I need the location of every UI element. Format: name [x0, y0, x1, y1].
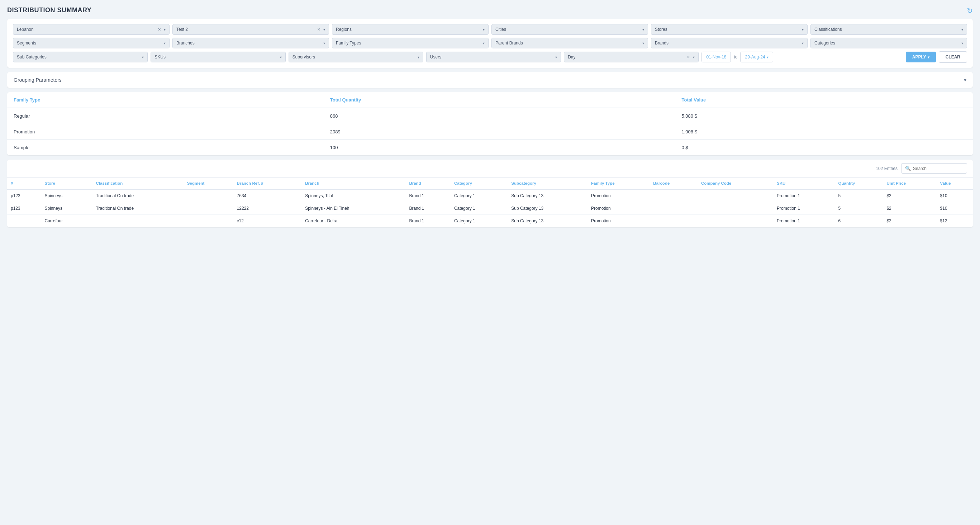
filter-regions-chevron: ▾: [483, 28, 485, 32]
filter-day-chevron: ▾: [693, 55, 695, 59]
detail-cell-quantity: 5: [835, 189, 883, 202]
detail-cell-unit-price: $2: [883, 215, 936, 227]
detail-col-category: Category: [450, 177, 508, 189]
filter-test2-close[interactable]: ✕: [317, 27, 320, 32]
filter-skus[interactable]: SKUs ▾: [151, 52, 285, 62]
filter-lebanon-close[interactable]: ✕: [158, 27, 161, 32]
filter-branches[interactable]: Branches ▾: [172, 38, 329, 48]
filter-branches-label: Branches: [177, 40, 195, 46]
detail-table-row: Carrefourc12Carrefour - DeiraBrand 1Cate…: [7, 215, 973, 227]
detail-cell-: p123: [7, 202, 41, 215]
filter-family-types-chevron: ▾: [483, 41, 485, 45]
detail-col-barcode: Barcode: [649, 177, 698, 189]
filter-lebanon[interactable]: Lebanon ✕ ▾: [13, 24, 170, 35]
detail-cell-family-type: Promotion: [587, 202, 649, 215]
detail-cell-segment: [183, 189, 233, 202]
detail-cell-brand: Brand 1: [406, 202, 450, 215]
detail-cell-segment: [183, 202, 233, 215]
detail-cell-category: Category 1: [450, 189, 508, 202]
detail-col-subcategory: Subcategory: [508, 177, 587, 189]
detail-cell-sku: Promotion 1: [773, 215, 834, 227]
filter-parent-brands[interactable]: Parent Brands ▾: [492, 38, 648, 48]
filter-sub-categories-chevron: ▾: [142, 55, 144, 59]
detail-cell-value: $10: [937, 202, 973, 215]
filter-sub-categories[interactable]: Sub Categories ▾: [13, 52, 148, 62]
summary-table-row: Regular 868 5,080 $: [7, 108, 973, 124]
detail-cell-quantity: 6: [835, 215, 883, 227]
detail-cell-: [7, 215, 41, 227]
summary-cell-total-value: 0 $: [675, 140, 973, 156]
date-to-value: 29-Aug-24: [745, 54, 765, 59]
detail-cell-branch: Spinneys - Ain El Tineh: [301, 202, 406, 215]
filter-categories[interactable]: Categories ▾: [810, 38, 967, 48]
apply-label: APPLY: [912, 54, 926, 59]
detail-cell-store: Carrefour: [41, 215, 92, 227]
detail-table-row: p123SpinneysTraditional On trade12222Spi…: [7, 202, 973, 215]
filter-cities-chevron: ▾: [642, 28, 644, 32]
detail-col-value: Value: [937, 177, 973, 189]
filter-test2[interactable]: Test 2 ✕ ▾: [172, 24, 329, 35]
detail-cell-sku: Promotion 1: [773, 189, 834, 202]
apply-button[interactable]: APPLY ▾: [906, 52, 936, 62]
detail-cell-category: Category 1: [450, 215, 508, 227]
detail-cell-brand: Brand 1: [406, 189, 450, 202]
detail-cell-company-code: [698, 189, 773, 202]
search-input[interactable]: [913, 166, 963, 171]
detail-cell-company-code: [698, 215, 773, 227]
summary-cell-total-qty: 100: [324, 140, 675, 156]
filter-day-close[interactable]: ✕: [687, 55, 690, 59]
summary-col-total-qty: Total Quantity: [324, 92, 675, 108]
detail-col-quantity: Quantity: [835, 177, 883, 189]
detail-cell-family-type: Promotion: [587, 189, 649, 202]
grouping-title: Grouping Parameters: [14, 77, 62, 83]
refresh-icon[interactable]: ↻: [967, 6, 973, 15]
filter-users[interactable]: Users ▾: [426, 52, 561, 62]
detail-col-store: Store: [41, 177, 92, 189]
clear-button[interactable]: CLEAR: [939, 51, 967, 63]
filter-segments[interactable]: Segments ▾: [13, 38, 170, 48]
detail-cell-barcode: [649, 189, 698, 202]
detail-col-family-type: Family Type: [587, 177, 649, 189]
detail-cell-branch-ref-: 12222: [233, 202, 302, 215]
detail-cell-store: Spinneys: [41, 189, 92, 202]
detail-cell-: p123: [7, 189, 41, 202]
filter-users-chevron: ▾: [555, 55, 557, 59]
filter-cities[interactable]: Cities ▾: [492, 24, 648, 35]
filter-segments-label: Segments: [17, 40, 36, 46]
detail-cell-subcategory: Sub Category 13: [508, 215, 587, 227]
detail-col-sku: SKU: [773, 177, 834, 189]
filter-stores[interactable]: Stores ▾: [651, 24, 808, 35]
detail-col-branch-ref-: Branch Ref. #: [233, 177, 302, 189]
filter-family-types-label: Family Types: [336, 40, 361, 46]
date-mode-chevron: ▾: [767, 55, 768, 59]
filter-day[interactable]: Day ✕ ▾: [564, 52, 698, 62]
filter-categories-chevron: ▾: [961, 41, 963, 45]
filter-brands[interactable]: Brands ▾: [651, 38, 808, 48]
detail-cell-sku: Promotion 1: [773, 202, 834, 215]
summary-table: Family Type Total Quantity Total Value R…: [7, 92, 973, 155]
summary-cell-family-type: Promotion: [7, 124, 324, 140]
filter-users-label: Users: [430, 54, 441, 59]
filter-regions[interactable]: Regions ▾: [332, 24, 488, 35]
filter-supervisors[interactable]: Supervisors ▾: [288, 52, 423, 62]
filter-stores-label: Stores: [655, 27, 667, 32]
filter-regions-label: Regions: [336, 27, 352, 32]
grouping-chevron-icon: ▾: [964, 77, 966, 83]
detail-cell-value: $12: [937, 215, 973, 227]
filter-categories-label: Categories: [815, 40, 835, 46]
filter-family-types[interactable]: Family Types ▾: [332, 38, 488, 48]
date-to-button[interactable]: 29-Aug-24 ▾: [740, 52, 773, 62]
summary-table-row: Sample 100 0 $: [7, 140, 973, 156]
date-from-button[interactable]: 01-Nov-18: [702, 52, 731, 62]
detail-cell-company-code: [698, 202, 773, 215]
detail-cell-branch-ref-: c12: [233, 215, 302, 227]
detail-section: 102 Entries 🔍 #StoreClassificationSegmen…: [7, 160, 973, 227]
filter-lebanon-label: Lebanon: [17, 27, 34, 32]
filter-skus-label: SKUs: [154, 54, 165, 59]
grouping-panel[interactable]: Grouping Parameters ▾: [7, 72, 973, 88]
detail-col-branch: Branch: [301, 177, 406, 189]
detail-col-unit-price: Unit Price: [883, 177, 936, 189]
filter-supervisors-label: Supervisors: [293, 54, 315, 59]
filter-classifications[interactable]: Classifications ▾: [810, 24, 967, 35]
summary-table-row: Promotion 2089 1,008 $: [7, 124, 973, 140]
